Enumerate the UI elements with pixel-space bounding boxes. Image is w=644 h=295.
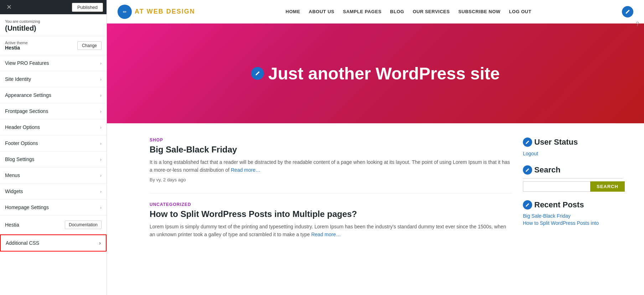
logo-icon: ✏ <box>118 5 132 19</box>
hero-title: Just another WordPress site <box>251 64 500 83</box>
change-theme-button[interactable]: Change <box>77 41 102 50</box>
chevron-right-icon: › <box>100 189 102 194</box>
menu-item-label: Frontpage Sections <box>5 108 48 114</box>
search-row: SEARCH <box>523 181 623 192</box>
search-divider <box>523 178 623 178</box>
post-category: UNCATEGORIZED <box>150 202 512 207</box>
panel-header: ✕ Published <box>0 0 107 14</box>
documentation-button[interactable]: Documentation <box>65 221 102 229</box>
user-status-edit-icon[interactable] <box>523 138 532 147</box>
user-status-widget: User Status Logout <box>523 138 623 157</box>
menu-item-menus[interactable]: Menus› <box>0 167 107 183</box>
nav-link-about-us[interactable]: ABOUT US <box>309 9 334 14</box>
svg-text:✏: ✏ <box>123 9 127 15</box>
menu-item-label: Footer Options <box>5 140 38 146</box>
recent-posts-title: Recent Posts <box>523 200 623 209</box>
chevron-right-icon: › <box>100 61 102 66</box>
menu-item-view-pro-features[interactable]: View PRO Features› <box>0 55 107 71</box>
menu-item-footer-options[interactable]: Footer Options› <box>0 135 107 151</box>
post-meta: By vy, 2 days ago <box>150 177 512 182</box>
menu-item-frontpage-sections[interactable]: Frontpage Sections› <box>0 103 107 119</box>
logout-link[interactable]: Logout <box>523 151 538 156</box>
search-button[interactable]: SEARCH <box>590 181 625 192</box>
theme-name: Hestia <box>5 45 28 51</box>
chevron-right-icon: › <box>100 93 102 98</box>
recent-post-link[interactable]: Big Sale-Black Friday <box>523 213 623 219</box>
recent-posts-edit-icon[interactable] <box>523 200 532 209</box>
search-title: Search <box>523 165 623 175</box>
nav-link-blog[interactable]: BLOG <box>390 9 404 14</box>
menu-item-label: Menus <box>5 172 20 178</box>
menu-items-list: View PRO Features›Site Identity›Appearan… <box>0 55 107 216</box>
menu-item-header-options[interactable]: Header Options› <box>0 119 107 135</box>
site-preview: ✏ AT WEB DESIGN HOMEABOUT USSAMPLE PAGES… <box>107 0 644 295</box>
sidebar-column: User Status Logout Search SEARCH <box>523 138 623 281</box>
post-title[interactable]: Big Sale-Black Friday <box>150 145 512 155</box>
search-edit-icon[interactable] <box>523 165 532 175</box>
logo-text: AT WEB DESIGN <box>135 8 195 15</box>
site-logo: ✏ AT WEB DESIGN <box>118 5 195 19</box>
nav-link-our-services[interactable]: OUR SERVICES <box>413 9 450 14</box>
customizing-title: (Untitled) <box>5 24 102 32</box>
menu-item-label: Homepage Settings <box>5 205 49 210</box>
search-input[interactable] <box>523 181 590 192</box>
close-button[interactable]: ✕ <box>4 2 15 12</box>
chevron-right-icon: › <box>100 205 102 210</box>
search-widget: Search SEARCH <box>523 165 623 192</box>
site-nav-links: HOMEABOUT USSAMPLE PAGESBLOGOUR SERVICES… <box>286 9 531 14</box>
posts-column: SHOP Big Sale-Black Friday It is a long … <box>150 138 512 281</box>
chevron-right-icon: › <box>100 173 102 178</box>
menu-item-widgets[interactable]: Widgets› <box>0 183 107 200</box>
post-excerpt: Lorem Ipsum is simply dummy text of the … <box>150 223 512 239</box>
chevron-right-icon: › <box>100 109 102 114</box>
nav-link-log-out[interactable]: LOG OUT <box>509 9 531 14</box>
user-status-title: User Status <box>523 138 623 147</box>
customizing-label: You are customizing <box>5 19 102 24</box>
hestia-label: Hestia <box>5 222 19 228</box>
recent-post-link[interactable]: How to Split WordPress Posts into <box>523 220 623 226</box>
customizer-panel: ✕ Published You are customizing (Untitle… <box>0 0 107 295</box>
hestia-section: Hestia Documentation <box>0 216 107 234</box>
chevron-right-icon: › <box>99 240 101 246</box>
hero-section: Just another WordPress site <box>107 24 644 123</box>
chevron-right-icon: › <box>100 157 102 162</box>
menu-item-label: View PRO Features <box>5 60 49 66</box>
post-divider <box>150 193 512 193</box>
post-excerpt: It is a long established fact that a rea… <box>150 158 512 174</box>
read-more-link[interactable]: Read more… <box>231 167 260 173</box>
nav-link-home[interactable]: HOME <box>286 9 300 14</box>
additional-css-label: Additional CSS <box>6 240 39 246</box>
menu-item-label: Widgets <box>5 188 23 194</box>
theme-label: Active theme <box>5 41 28 45</box>
nav-edit-icon[interactable] <box>622 6 633 17</box>
post-entry-0: SHOP Big Sale-Black Friday It is a long … <box>150 138 512 193</box>
read-more-link[interactable]: Read more… <box>311 232 341 237</box>
hero-edit-icon[interactable] <box>251 67 264 80</box>
recent-posts-list: Big Sale-Black FridayHow to Split WordPr… <box>523 213 623 226</box>
post-entry-1: UNCATEGORIZED How to Split WordPress Pos… <box>150 202 512 239</box>
nav-link-sample-pages[interactable]: SAMPLE PAGES <box>343 9 381 14</box>
menu-item-label: Header Options <box>5 124 40 130</box>
post-title[interactable]: How to Split WordPress Posts into Multip… <box>150 209 512 219</box>
customizing-section: You are customizing (Untitled) ? <box>0 14 107 36</box>
menu-item-blog-settings[interactable]: Blog Settings› <box>0 151 107 167</box>
menu-item-site-identity[interactable]: Site Identity› <box>0 71 107 87</box>
menu-item-label: Site Identity <box>5 76 31 82</box>
chevron-right-icon: › <box>100 77 102 82</box>
theme-section: Active theme Hestia Change <box>0 36 107 55</box>
menu-item-label: Appearance Settings <box>5 92 51 98</box>
additional-css-item[interactable]: Additional CSS › <box>0 234 107 252</box>
nav-link-subscribe-now[interactable]: SUBSCRIBE NOW <box>458 9 500 14</box>
chevron-right-icon: › <box>100 125 102 130</box>
chevron-right-icon: › <box>100 141 102 146</box>
published-button[interactable]: Published <box>72 3 103 12</box>
menu-item-appearance-settings[interactable]: Appearance Settings› <box>0 87 107 103</box>
menu-item-label: Blog Settings <box>5 156 35 162</box>
recent-posts-widget: Recent Posts Big Sale-Black FridayHow to… <box>523 200 623 226</box>
menu-item-homepage-settings[interactable]: Homepage Settings› <box>0 200 107 216</box>
site-navbar: ✏ AT WEB DESIGN HOMEABOUT USSAMPLE PAGES… <box>107 0 644 24</box>
post-category: SHOP <box>150 138 512 143</box>
main-content: SHOP Big Sale-Black Friday It is a long … <box>107 123 644 295</box>
